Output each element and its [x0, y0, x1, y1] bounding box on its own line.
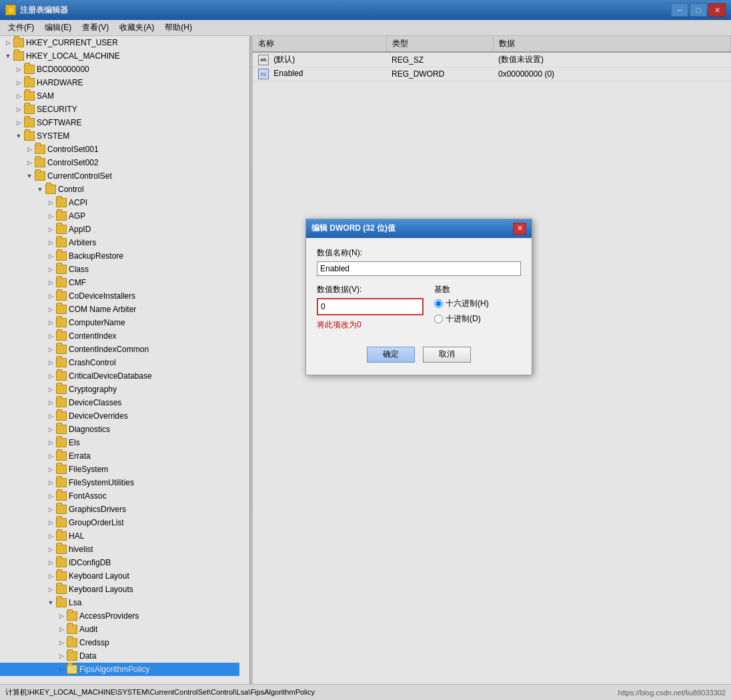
radio-hex[interactable]	[434, 299, 443, 308]
dialog-buttons: 确定 取消	[317, 341, 521, 365]
dialog-name-label: 数值名称(N):	[317, 247, 521, 259]
dialog-value-section: 数值数据(V): 将此项改为0	[317, 284, 424, 331]
dialog-base-label: 基数	[434, 284, 528, 295]
dialog-data-label: 数值数据(V):	[317, 284, 424, 295]
radio-hex-text: 十六进制(H)	[446, 298, 489, 309]
dialog-title-text: 编辑 DWORD (32 位)值	[311, 223, 396, 234]
edit-dword-dialog: 编辑 DWORD (32 位)值 ✕ 数值名称(N): 数值数据(V): 将此项…	[305, 219, 532, 375]
radio-dec[interactable]	[434, 315, 443, 323]
dialog-confirm-button[interactable]: 确定	[367, 347, 415, 363]
radio-group-base: 十六进制(H) 十进制(D)	[434, 298, 528, 325]
radio-dec-label[interactable]: 十进制(D)	[434, 313, 528, 325]
dialog-title-bar: 编辑 DWORD (32 位)值 ✕	[306, 219, 532, 238]
dialog-close-button[interactable]: ✕	[513, 223, 526, 235]
dialog-value-input[interactable]	[318, 299, 422, 314]
dialog-body: 数值名称(N): 数值数据(V): 将此项改为0 基数 十六进制(H)	[306, 238, 532, 375]
dialog-cancel-button[interactable]: 取消	[423, 347, 471, 363]
dialog-hint-text: 将此项改为0	[317, 319, 424, 331]
dialog-name-input[interactable]	[317, 261, 521, 276]
dialog-value-input-wrapper	[317, 298, 424, 315]
dialog-overlay: 编辑 DWORD (32 位)值 ✕ 数值名称(N): 数值数据(V): 将此项…	[0, 0, 731, 700]
dialog-base-section: 基数 十六进制(H) 十进制(D)	[434, 284, 528, 331]
radio-dec-text: 十进制(D)	[446, 313, 481, 325]
dialog-row: 数值数据(V): 将此项改为0 基数 十六进制(H)	[317, 284, 521, 331]
radio-hex-label[interactable]: 十六进制(H)	[434, 298, 528, 309]
